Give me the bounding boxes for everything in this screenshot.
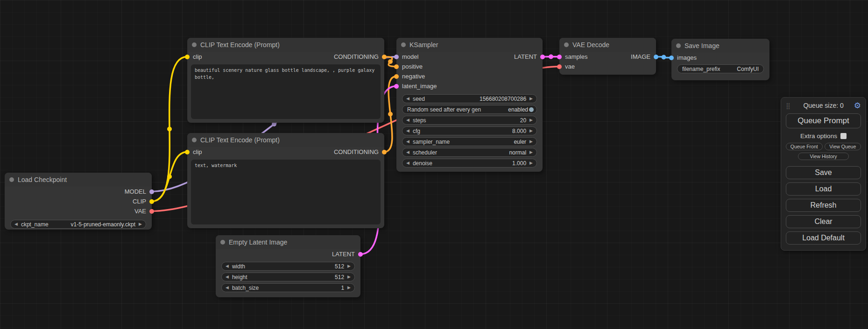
node-title-bar[interactable]: Save Image [671, 39, 769, 53]
input-slot-latent-image[interactable] [394, 84, 399, 89]
node-title-bar[interactable]: Empty Latent Image [216, 235, 360, 249]
node-save-image[interactable]: Save Image images filename_prefix ComfyU… [671, 39, 769, 80]
refresh-button[interactable]: Refresh [786, 199, 861, 212]
queue-front-button[interactable]: Queue Front [786, 143, 823, 150]
collapse-dot-icon[interactable] [564, 42, 569, 47]
settings-gear-icon[interactable]: ⚙ [854, 102, 861, 110]
node-vae-decode[interactable]: VAE Decode samples IMAGE vae [559, 38, 656, 75]
node-empty-latent-image[interactable]: Empty Latent Image LATENT ◀ width 512 ▶ … [216, 235, 360, 297]
input-slot-vae[interactable] [557, 64, 562, 69]
output-slot-vae[interactable] [149, 209, 154, 214]
collapse-dot-icon[interactable] [676, 43, 681, 48]
node-title-bar[interactable]: KSampler [396, 38, 543, 52]
slot-row: negative [396, 71, 543, 81]
widget-batch-size[interactable]: ◀ batch_size 1 ▶ [221, 283, 355, 292]
collapse-dot-icon[interactable] [401, 42, 406, 47]
save-button[interactable]: Save [786, 166, 861, 179]
output-slot-latent[interactable] [358, 252, 363, 257]
input-slot-images[interactable] [669, 56, 674, 60]
output-slot-label: CONDITIONING [334, 53, 379, 60]
slot-row: clip CONDITIONING [187, 52, 384, 62]
decrement-arrow-icon[interactable]: ◀ [226, 286, 229, 290]
node-title-bar[interactable]: VAE Decode [559, 38, 656, 52]
output-slot-label: CONDITIONING [334, 148, 379, 155]
collapse-dot-icon[interactable] [192, 42, 197, 47]
queue-panel-header: ⣿ Queue size: 0 ⚙ [786, 100, 861, 111]
input-slot-samples[interactable] [557, 55, 562, 59]
output-slot-image[interactable] [654, 55, 658, 59]
increment-arrow-icon[interactable]: ▶ [529, 97, 533, 101]
decrement-arrow-icon[interactable]: ◀ [406, 118, 409, 122]
increment-arrow-icon[interactable]: ▶ [529, 161, 533, 165]
node-title-bar[interactable]: CLIP Text Encode (Prompt) [187, 133, 384, 147]
widget-steps[interactable]: ◀ steps 20 ▶ [402, 116, 537, 125]
input-slot-model[interactable] [394, 55, 399, 59]
node-graph-canvas[interactable]: Load Checkpoint MODEL CLIP VAE ◀ ckpt_na… [0, 0, 868, 329]
decrement-arrow-icon[interactable]: ◀ [406, 97, 409, 101]
widget-filename-prefix[interactable]: filename_prefix ComfyUI [677, 64, 764, 73]
queue-prompt-button[interactable]: Queue Prompt [786, 113, 861, 128]
decrement-arrow-icon[interactable]: ◀ [406, 140, 409, 144]
decrement-arrow-icon[interactable]: ◀ [406, 129, 409, 133]
increment-arrow-icon[interactable]: ▶ [347, 286, 351, 290]
increment-arrow-icon[interactable]: ▶ [347, 264, 351, 268]
increment-arrow-icon[interactable]: ▶ [139, 222, 142, 226]
prompt-text-area[interactable]: beautiful scenery nature glass bottle la… [191, 64, 381, 119]
node-clip-text-encode-positive[interactable]: CLIP Text Encode (Prompt) clip CONDITION… [187, 38, 384, 123]
increment-arrow-icon[interactable]: ▶ [529, 150, 533, 154]
load-button[interactable]: Load [786, 182, 861, 196]
output-slot-clip[interactable] [149, 199, 154, 204]
load-default-button[interactable]: Load Default [786, 231, 861, 245]
output-slot-conditioning[interactable] [382, 150, 387, 154]
view-queue-button[interactable]: View Queue [825, 143, 861, 150]
widget-label: ckpt_name [21, 221, 49, 228]
widget-scheduler[interactable]: ◀ scheduler normal ▶ [402, 148, 537, 157]
increment-arrow-icon[interactable]: ▶ [347, 275, 351, 279]
decrement-arrow-icon[interactable]: ◀ [226, 264, 229, 268]
collapse-dot-icon[interactable] [220, 240, 225, 245]
widget-cfg[interactable]: ◀ cfg 8.000 ▶ [402, 126, 537, 135]
node-clip-text-encode-negative[interactable]: CLIP Text Encode (Prompt) clip CONDITION… [187, 133, 384, 228]
widget-ckpt-name[interactable]: ◀ ckpt_name v1-5-pruned-emaonly.ckpt ▶ [10, 220, 146, 229]
input-slot-negative[interactable] [394, 74, 399, 79]
node-title-bar[interactable]: Load Checkpoint [5, 173, 152, 187]
widget-value: euler [514, 139, 526, 145]
increment-arrow-icon[interactable]: ▶ [529, 118, 533, 122]
input-slot-clip[interactable] [185, 55, 190, 59]
decrement-arrow-icon[interactable]: ◀ [14, 222, 18, 226]
output-slot-latent[interactable] [540, 55, 545, 59]
extra-options-checkbox[interactable] [840, 133, 847, 139]
widget-width[interactable]: ◀ width 512 ▶ [221, 262, 355, 271]
drag-handle-icon[interactable]: ⣿ [786, 102, 790, 109]
decrement-arrow-icon[interactable]: ◀ [406, 150, 409, 154]
widget-sampler-name[interactable]: ◀ sampler_name euler ▶ [402, 137, 537, 146]
toggle-knob-icon[interactable] [529, 107, 534, 112]
decrement-arrow-icon[interactable]: ◀ [406, 161, 409, 165]
input-slot-label: positive [402, 63, 423, 70]
input-slot-positive[interactable] [394, 64, 399, 69]
input-slot-label: latent_image [402, 83, 437, 90]
collapse-dot-icon[interactable] [9, 177, 14, 182]
widget-random-seed-toggle[interactable]: Random seed after every gen enabled [402, 105, 537, 114]
slot-row: vae [559, 62, 656, 71]
node-ksampler[interactable]: KSampler model LATENT positive negative … [396, 38, 543, 172]
widget-value: 156680208700286 [480, 96, 526, 102]
output-slot-conditioning[interactable] [382, 55, 387, 59]
output-slot-label: LATENT [514, 53, 537, 60]
collapse-dot-icon[interactable] [192, 138, 197, 142]
prompt-text-area[interactable]: text, watermark [191, 160, 381, 224]
widget-denoise[interactable]: ◀ denoise 1.000 ▶ [402, 159, 537, 168]
increment-arrow-icon[interactable]: ▶ [529, 129, 533, 133]
clear-button[interactable]: Clear [786, 215, 861, 228]
widget-height[interactable]: ◀ height 512 ▶ [221, 273, 355, 281]
queue-buttons-row: Queue Front View Queue [786, 143, 861, 150]
output-slot-model[interactable] [149, 189, 154, 194]
view-history-button[interactable]: View History [798, 153, 849, 160]
increment-arrow-icon[interactable]: ▶ [529, 140, 533, 144]
decrement-arrow-icon[interactable]: ◀ [226, 275, 229, 279]
node-load-checkpoint[interactable]: Load Checkpoint MODEL CLIP VAE ◀ ckpt_na… [5, 173, 152, 230]
node-title-bar[interactable]: CLIP Text Encode (Prompt) [187, 38, 384, 52]
input-slot-label: images [677, 54, 697, 61]
widget-seed[interactable]: ◀ seed 156680208700286 ▶ [402, 94, 537, 103]
input-slot-clip[interactable] [185, 150, 190, 154]
